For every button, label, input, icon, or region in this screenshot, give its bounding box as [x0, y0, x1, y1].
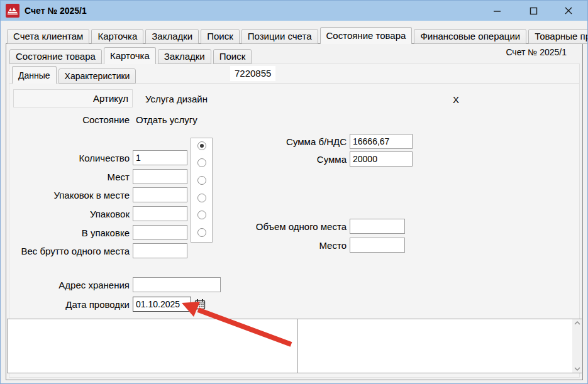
tab-bookmarks-l2[interactable]: Закладки [158, 49, 211, 64]
article-value: Услуга дизайн [145, 94, 208, 104]
minimize-icon [493, 7, 501, 15]
gross-weight-input[interactable] [133, 243, 187, 258]
amount-label: Сумма [253, 154, 347, 165]
gross-weight-label: Вес брутто одного места [7, 246, 130, 256]
storage-address-label: Адрес хранения [26, 280, 130, 290]
notes-right-pane[interactable] [298, 319, 582, 373]
places-label: Мест [7, 172, 130, 182]
tab-characteristics[interactable]: Характеристики [58, 69, 136, 84]
amount-no-vat-label: Сумма б/НДС [253, 136, 347, 147]
article-header-box: Артикул [13, 89, 133, 107]
posting-date-label: Дата проводки [26, 299, 130, 310]
tab-card-l2[interactable]: Карточка [104, 47, 156, 64]
place-input[interactable] [350, 238, 405, 253]
volume-per-place-input[interactable] [350, 219, 405, 234]
tab-search-l1[interactable]: Поиск [201, 29, 240, 44]
tab-goods-postings[interactable]: Товарные проводки [528, 29, 588, 44]
unit-radio-group [191, 138, 213, 243]
tab-search-l2[interactable]: Поиск [213, 49, 252, 64]
article-x-marker: X [453, 94, 459, 105]
quantity-label: Количество [7, 153, 130, 163]
packs-label: Упаковок [7, 209, 130, 219]
tabbar-level3: Данные Характеристики [12, 66, 136, 84]
scroll-down-icon[interactable] [574, 366, 580, 371]
quantity-input[interactable] [133, 150, 187, 165]
maximize-icon [530, 7, 538, 15]
calendar-icon[interactable] [194, 299, 206, 310]
app-logo-icon [6, 4, 19, 18]
radio-option-6[interactable] [197, 228, 206, 237]
notes-left-pane[interactable] [8, 319, 297, 373]
minimize-button[interactable] [482, 1, 511, 21]
tabbar-level1: Счета клиентам Карточка Закладки Поиск П… [7, 27, 588, 44]
packs-input[interactable] [133, 206, 187, 221]
radio-option-3[interactable] [197, 176, 206, 185]
notes-container [7, 319, 582, 373]
amount-input[interactable] [350, 151, 413, 167]
volume-per-place-label: Объем одного места [241, 221, 347, 232]
titlebar: Счет № 2025/1 [1, 1, 587, 21]
in-pack-input[interactable] [133, 225, 187, 240]
storage-address-input[interactable] [133, 277, 221, 292]
maximize-button[interactable] [519, 1, 548, 21]
radio-option-5[interactable] [197, 211, 206, 219]
tabbar-level2: Состояние товара Карточка Закладки Поиск [9, 47, 252, 64]
tab-goods-state-l2[interactable]: Состояние товара [9, 49, 102, 64]
packs-per-place-label: Упаковок в месте [7, 190, 130, 200]
packs-per-place-input[interactable] [133, 187, 187, 202]
tab-card-l1[interactable]: Карточка [91, 29, 143, 44]
scroll-up-icon[interactable] [574, 321, 580, 326]
state-label: Состояние [38, 114, 130, 125]
notes-right-scrollbar[interactable] [572, 319, 582, 373]
window-title: Счет № 2025/1 [25, 6, 87, 16]
posting-date-input[interactable] [133, 297, 191, 312]
tab-goods-state-l1[interactable]: Состояние товара [320, 27, 413, 44]
amount-no-vat-input[interactable] [350, 134, 413, 149]
radio-option-2[interactable] [197, 158, 206, 167]
state-value: Отдать услугу [136, 114, 197, 125]
tab-invoice-positions[interactable]: Позиции счета [241, 29, 318, 44]
places-input[interactable] [133, 169, 187, 184]
item-code-value: 7220855 [230, 66, 275, 81]
invoice-reference-label: Счет № 2025/1 [506, 47, 567, 57]
tab-invoices-clients[interactable]: Счета клиентам [7, 29, 89, 44]
radio-option-1[interactable] [197, 141, 206, 150]
close-button[interactable] [554, 1, 583, 21]
tab-financial-operations[interactable]: Финансовые операции [414, 29, 526, 44]
close-icon [564, 6, 573, 15]
app-window: Счет № 2025/1 Счета клиентам Карточка За… [0, 0, 588, 384]
radio-option-4[interactable] [197, 194, 206, 202]
in-pack-label: В упаковке [7, 228, 130, 238]
tab-bookmarks-l1[interactable]: Закладки [145, 29, 199, 44]
tab-data[interactable]: Данные [12, 66, 57, 84]
place-label: Место [241, 240, 347, 251]
